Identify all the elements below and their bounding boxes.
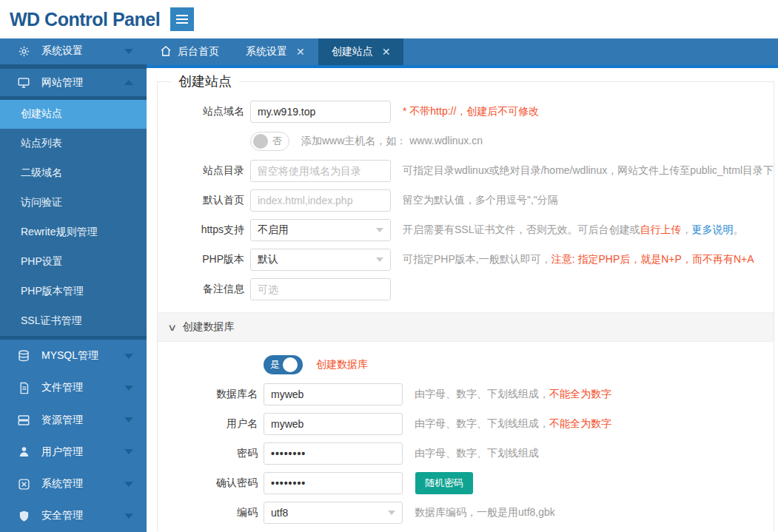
site-dir-input[interactable] — [250, 160, 391, 182]
sidebar-item-subdomain[interactable]: 二级域名 — [0, 158, 147, 188]
db-name-note: 由字母、数字、下划线组成，不能全为数字 — [415, 388, 611, 401]
chevron-down-icon — [124, 49, 133, 54]
upload-cert-link[interactable]: 自行上传 — [640, 223, 681, 235]
create-db-label: 创建数据库 — [316, 358, 368, 371]
php-version-select[interactable]: 默认 — [250, 249, 391, 271]
tab-label: 创建站点 — [332, 45, 373, 58]
remark-row: 备注信息 — [158, 278, 774, 300]
sidebar-item-create-site[interactable]: 创建站点 — [0, 100, 147, 129]
db-user-input[interactable] — [264, 413, 403, 435]
domain-label: 站点域名 — [158, 105, 250, 118]
chevron-down-icon — [124, 417, 133, 422]
https-label: https支持 — [158, 223, 250, 237]
db-user-row: 用户名 由字母、数字、下划线组成，不能全为数字 — [158, 413, 774, 435]
sidebar-item-rewrite-rules[interactable]: Rewrite规则管理 — [0, 218, 147, 247]
domain-input[interactable] — [250, 101, 391, 123]
https-select[interactable]: 不启用 — [250, 219, 391, 241]
sidebar-section-mysql[interactable]: MYSQL管理 — [0, 340, 147, 371]
sidebar-item-php-version[interactable]: PHP版本管理 — [0, 277, 147, 306]
sidebar-item-site-list[interactable]: 站点列表 — [0, 129, 147, 158]
sidebar-section-files[interactable]: 文件管理 — [0, 372, 147, 404]
tab-label: 后台首页 — [178, 45, 219, 58]
default-index-input[interactable] — [250, 189, 391, 212]
chevron-up-icon — [124, 80, 133, 85]
chevron-down-icon — [376, 257, 383, 262]
sidebar-item-system-settings[interactable]: 系统设置 — [0, 38, 147, 64]
site-dir-note: 可指定目录wdlinux或绝对目录/home/wdlinux，网站文件上传至pu… — [403, 164, 774, 178]
tab-create-site[interactable]: 创建站点 ✕ — [318, 38, 404, 65]
sidebar-section-label: 安全管理 — [41, 509, 83, 522]
create-db-toggle-row: 是 创建数据库 — [158, 354, 774, 376]
user-icon — [16, 445, 31, 458]
remark-input[interactable] — [250, 278, 391, 300]
db-encoding-note: 数据库编码，一般是用utf8,gbk — [415, 506, 555, 519]
db-password-row: 密码 由字母、数字、下划线组成 — [158, 442, 774, 465]
hamburger-icon — [176, 15, 188, 16]
db-encoding-value: utf8 — [271, 507, 288, 519]
db-confirm-input[interactable] — [264, 472, 403, 494]
sidebar-section-security[interactable]: 安全管理 — [0, 500, 147, 532]
hamburger-menu-button[interactable] — [170, 7, 194, 31]
sidebar-item-php-settings[interactable]: PHP设置 — [0, 247, 147, 277]
db-encoding-row: 编码 utf8 数据库编码，一般是用utf8,gbk — [158, 502, 774, 524]
db-encoding-select[interactable]: utf8 — [264, 502, 403, 524]
toggle-knob — [283, 357, 298, 372]
sidebar-section-label: 文件管理 — [41, 381, 83, 394]
create-db-section-header[interactable]: ∨ 创建数据库 — [158, 312, 774, 342]
toggle-state-label: 是 — [270, 358, 280, 371]
wrench-icon — [16, 478, 31, 491]
db-name-input[interactable] — [264, 383, 403, 405]
db-user-note: 由字母、数字、下划线组成，不能全为数字 — [415, 417, 611, 431]
www-toggle[interactable]: 否 — [250, 132, 289, 151]
tab-system-settings[interactable]: 系统设置 ✕ — [232, 38, 318, 65]
https-note: 开启需要有SSL证书文件，否则无效。可后台创建或自行上传，更多说明。 — [403, 223, 743, 237]
chevron-down-icon — [376, 228, 383, 232]
create-db-toggle[interactable]: 是 — [264, 355, 303, 374]
close-icon[interactable]: ✕ — [296, 46, 305, 58]
php-version-label: PHP版本 — [158, 253, 250, 266]
sidebar-item-label: 系统设置 — [41, 44, 83, 58]
tab-bar: 后台首页 系统设置 ✕ 创建站点 ✕ — [147, 38, 778, 68]
db-confirm-label: 确认密码 — [158, 477, 264, 490]
sidebar-section-system[interactable]: 系统管理 — [0, 468, 147, 500]
db-user-label: 用户名 — [158, 417, 264, 431]
chevron-down-icon: ∨ — [167, 322, 177, 333]
default-index-label: 默认首页 — [158, 194, 250, 207]
sidebar-item-ssl-cert[interactable]: SSL证书管理 — [0, 306, 147, 336]
tab-label: 系统设置 — [246, 45, 287, 58]
php-version-value: 默认 — [258, 253, 278, 266]
sidebar-section-web-management[interactable]: 网站管理 — [0, 69, 147, 96]
toggle-state-label: 否 — [272, 135, 282, 148]
sidebar-section-resources[interactable]: 资源管理 — [0, 404, 147, 436]
https-row: https支持 不启用 开启需要有SSL证书文件，否则无效。可后台创建或自行上传… — [158, 219, 774, 241]
tab-home[interactable]: 后台首页 — [147, 38, 232, 65]
chevron-down-icon — [124, 449, 133, 454]
page-title: 创建站点 — [171, 73, 239, 90]
sidebar-section-label: MYSQL管理 — [41, 349, 98, 363]
sidebar-section-users[interactable]: 用户管理 — [0, 436, 147, 468]
chevron-down-icon — [124, 354, 133, 359]
chevron-down-icon — [124, 514, 133, 519]
site-dir-row: 站点目录 可指定目录wdlinux或绝对目录/home/wdlinux，网站文件… — [158, 160, 774, 182]
www-note: 添加www主机名，如： www.wdlinux.cn — [301, 135, 483, 148]
content-area: 创建站点 站点域名 * 不带http://，创建后不可修改 否 添加www主机名… — [147, 68, 778, 532]
sidebar-submenu-web: 创建站点 站点列表 二级域名 访问验证 Rewrite规则管理 PHP设置 PH… — [0, 100, 147, 336]
section-title: 创建数据库 — [183, 320, 235, 334]
random-password-button[interactable]: 随机密码 — [415, 472, 473, 494]
monitor-icon — [16, 76, 31, 90]
create-site-panel: 创建站点 站点域名 * 不带http://，创建后不可修改 否 添加www主机名… — [157, 73, 774, 531]
db-confirm-row: 确认密码 随机密码 — [158, 472, 774, 494]
sidebar-section-label: 资源管理 — [41, 414, 83, 427]
sidebar-item-access-auth[interactable]: 访问验证 — [0, 188, 147, 218]
php-version-note: 可指定PHP版本,一般默认即可，注意: 指定PHP后，就是N+P，而不再有N+A — [403, 253, 754, 266]
sidebar: 系统设置 网站管理 创建站点 站点列表 二级域名 访问验证 Rewrite规则管… — [0, 38, 147, 532]
server-icon — [16, 414, 31, 427]
domain-note: * 不带http://，创建后不可修改 — [403, 105, 539, 118]
sidebar-divider — [0, 64, 147, 70]
https-select-value: 不启用 — [258, 223, 289, 237]
chevron-down-icon — [388, 511, 395, 515]
shield-icon — [16, 510, 31, 522]
close-icon[interactable]: ✕ — [382, 46, 391, 58]
more-info-link[interactable]: 更多说明 — [691, 223, 733, 235]
db-password-input[interactable] — [264, 442, 403, 465]
